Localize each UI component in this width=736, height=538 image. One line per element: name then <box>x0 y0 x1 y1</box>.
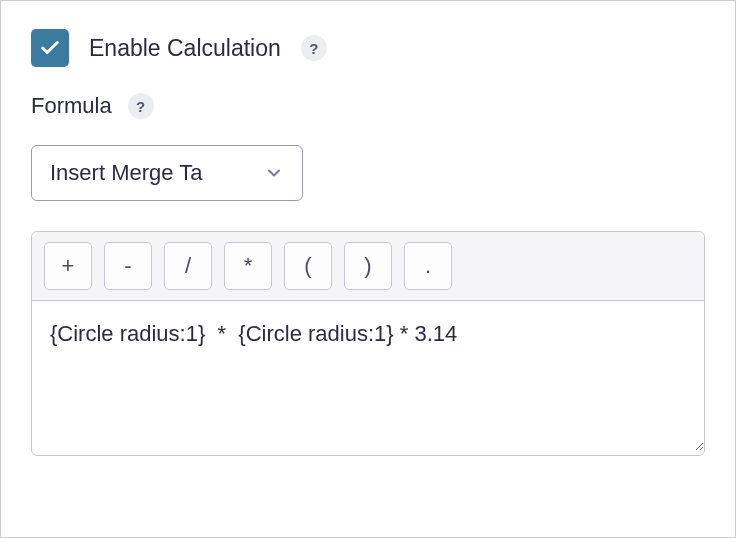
formula-editor: + - / * ( ) . {Circle radius:1} * {Circl… <box>31 231 705 456</box>
enable-calculation-help-icon[interactable]: ? <box>301 35 327 61</box>
enable-calculation-label: Enable Calculation <box>89 35 281 62</box>
operator-toolbar: + - / * ( ) . <box>32 232 704 301</box>
formula-label-row: Formula ? <box>31 93 705 119</box>
enable-calculation-checkbox[interactable] <box>31 29 69 67</box>
formula-textarea[interactable]: {Circle radius:1} * {Circle radius:1} * … <box>32 301 704 451</box>
formula-label: Formula <box>31 93 112 119</box>
operator-minus-button[interactable]: - <box>104 242 152 290</box>
insert-merge-tag-selected: Insert Merge Ta <box>50 160 252 186</box>
operator-dot-button[interactable]: . <box>404 242 452 290</box>
operator-multiply-button[interactable]: * <box>224 242 272 290</box>
calculation-panel: Enable Calculation ? Formula ? Insert Me… <box>0 0 736 538</box>
formula-help-icon[interactable]: ? <box>128 93 154 119</box>
operator-close-paren-button[interactable]: ) <box>344 242 392 290</box>
operator-plus-button[interactable]: + <box>44 242 92 290</box>
enable-calculation-row: Enable Calculation ? <box>31 29 705 67</box>
check-icon <box>39 37 61 59</box>
operator-divide-button[interactable]: / <box>164 242 212 290</box>
chevron-down-icon <box>264 163 284 183</box>
insert-merge-tag-select[interactable]: Insert Merge Ta <box>31 145 303 201</box>
operator-open-paren-button[interactable]: ( <box>284 242 332 290</box>
